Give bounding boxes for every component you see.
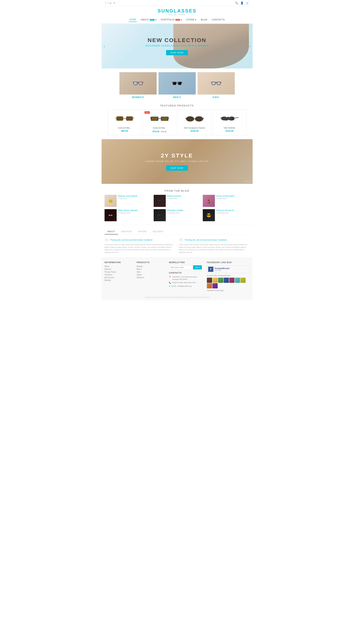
mens-image: 🕶️ [158, 72, 196, 94]
blog-post-4-title[interactable]: Etiam dictum egestas [118, 209, 152, 212]
blog-post-3-date: 3 March 2013 [216, 198, 250, 200]
category-womens[interactable]: 👓 WOMEN'S [120, 72, 157, 98]
blog-info-2: Mauris posuere 3 March 2013 [167, 195, 200, 200]
tab-about[interactable]: ABOUT [104, 229, 118, 234]
site-name: SUNGLASSES [102, 8, 252, 14]
footer-grid: INFORMATION About Delivery Privacy Polic… [104, 261, 250, 292]
categories-section: 👓 WOMEN'S 🕶️ MEN'S 👓 KIDS' [102, 68, 252, 102]
womens-label: WOMEN'S [120, 96, 157, 98]
footer-link-womens[interactable]: Women's [137, 276, 165, 278]
product-3[interactable]: D&G Sunglasses Havana $100.00 [178, 110, 211, 136]
blog-post-2-date: 3 March 2013 [167, 198, 200, 200]
footer-contacts: 📍 ADDRESS: 4578 Marmora Road, Glasgow D0… [169, 276, 203, 287]
blog-post-4-date: 2 February 2013 [118, 212, 152, 214]
footer-link-sale[interactable]: Sale [137, 271, 165, 273]
blog-item-3: 💄 Donec tempor libero 3 March 2013 [203, 195, 250, 207]
footer-link-privacy[interactable]: Privacy Policy [104, 271, 133, 273]
svg-rect-12 [152, 117, 158, 120]
search-icon[interactable]: 🔍 [235, 2, 238, 4]
facebook-social-plugin: Facebook social plugin [207, 290, 250, 292]
product-3-price: $100.00 [180, 130, 209, 132]
fb-avatar-1 [207, 278, 212, 283]
about-badge: New [150, 19, 154, 21]
category-kids[interactable]: 👓 KIDS' [198, 72, 235, 98]
footer-contacts-title: CONTACTS [169, 272, 203, 274]
product-1[interactable]: Costa Del Mar... $95.00 [108, 110, 142, 136]
footer-link-wishlist[interactable]: Wishlist [104, 279, 133, 281]
blog-post-6-title[interactable]: Vivamus vel sem at [216, 209, 250, 212]
product-2[interactable]: Sale! Costa Del Mar... $70.00 $75.00 [143, 110, 176, 136]
blog-post-1-title[interactable]: Aliquam erat volutpat [118, 195, 152, 197]
hero-shop-button[interactable]: SHOP NOW! [166, 50, 188, 55]
cart-icon[interactable]: 🛒 [246, 2, 249, 4]
blog-post-5-date: 2 February 2013 [167, 212, 200, 214]
newsletter-submit-button[interactable]: Sign in [193, 265, 202, 270]
blog-post-5-title[interactable]: Phasellus fringilla [167, 209, 200, 212]
category-mens[interactable]: 🕶️ MEN'S [158, 72, 196, 98]
nav-portfolio[interactable]: PORTFOLIO Hot ▾ [160, 18, 182, 22]
blog-title: FROM THE BLOG [104, 188, 250, 195]
location-icon: 📍 [169, 276, 171, 278]
footer-link-delivery[interactable]: Delivery [104, 268, 133, 270]
facebook-page-name[interactable]: TemplateMonster [214, 268, 230, 270]
product-3-image [180, 112, 209, 125]
hero-content: NEW COLLECTION DESIGNER SUNGLASSES FOR M… [146, 37, 208, 55]
footer-link-about[interactable]: About [104, 265, 133, 268]
nav-about[interactable]: ABOUT New ▾ [140, 18, 157, 22]
portfolio-dropdown-icon: ▾ [181, 18, 182, 21]
fb-avatar-8 [207, 283, 212, 288]
footer-link-styles[interactable]: Styles [137, 274, 165, 276]
product-4-name: D&G Butterfly [215, 127, 244, 129]
newsletter-email-input[interactable] [169, 265, 193, 270]
store-dropdown-icon: ▾ [195, 18, 196, 21]
footer-facebook-col: FACEBOOK LIKE BOX f TemplateMonster Like… [207, 261, 250, 292]
blog-thumb-2: 🕶️ [154, 195, 166, 207]
about-dropdown-icon: ▾ [155, 18, 157, 21]
style-credit: 2YSTYLE [244, 181, 250, 182]
tab-services[interactable]: SERVICES [118, 229, 135, 234]
featured-products-section: FEATURED PRODUCTS Costa Del Mar... $95.0… [102, 102, 252, 139]
blog-info-1: Aliquam erat volutpat 5 May 2014 [118, 195, 152, 200]
blog-thumb-1: 😊 [104, 195, 117, 207]
twitter-icon[interactable]: t [107, 2, 108, 4]
nav-contacts[interactable]: CONTACTS [212, 18, 225, 22]
nav-home[interactable]: HOME [129, 18, 137, 22]
footer-newsletter-col: NEWSLETTER Sign in CONTACTS 📍 ADDRESS: 4… [169, 261, 203, 292]
blog-post-3-title[interactable]: Donec tempor libero [216, 195, 250, 197]
hero-prev-arrow[interactable]: ‹ [104, 44, 105, 48]
google-icon[interactable]: g+ [110, 2, 112, 4]
facebook-box: f TemplateMonster Like Page 84 people li… [207, 265, 250, 292]
hero-title: NEW COLLECTION [146, 37, 208, 43]
svg-line-21 [234, 118, 239, 118]
product-1-image [110, 112, 139, 125]
fb-avatar-9 [212, 283, 218, 288]
product-4-image [215, 112, 244, 125]
mail-icon[interactable]: ✉ [114, 2, 115, 4]
email-icon: ✉ [169, 285, 170, 287]
blog-item-6: 😎 Vivamus vel sem at 2 February 2013 [203, 209, 250, 221]
footer-link-mens[interactable]: Men's [137, 268, 165, 270]
nav-blog[interactable]: BLOG [200, 18, 208, 22]
tab-delivery[interactable]: DELIVERY [150, 229, 166, 234]
svg-line-22 [220, 118, 221, 118]
style-shop-button[interactable]: SHOP NOW! [166, 166, 188, 171]
product-4[interactable]: D&G Butterfly $120.00 [213, 110, 246, 136]
user-icon[interactable]: 👤 [240, 2, 244, 4]
hero-banner: ‹ NEW COLLECTION DESIGNER SUNGLASSES FOR… [102, 24, 252, 68]
footer-link-checkout[interactable]: Checkout [104, 274, 133, 276]
tab-offers[interactable]: OFFERS [135, 229, 150, 234]
hero-next-arrow[interactable]: › [249, 44, 250, 48]
style-banner-content: 2Y STYLE LOREM IPSUM DOLOR SIT AMET CONS… [146, 152, 209, 171]
about-item-2: 02 Pisicing elit, sed do eiusmod tempor … [179, 238, 250, 254]
products-grid: Costa Del Mar... $95.00 Sale! Costa Del … [102, 110, 252, 139]
style-subtitle: LOREM IPSUM DOLOR SIT AMET CONSE CTETUR [146, 160, 209, 162]
blog-item-1: 😊 Aliquam erat volutpat 5 May 2014 [104, 195, 152, 207]
nav-store[interactable]: STORE ▾ [186, 18, 197, 22]
footer-link-brands[interactable]: Brands [137, 265, 165, 268]
svg-line-17 [185, 118, 186, 119]
blog-post-2-title[interactable]: Mauris posuere [167, 195, 200, 197]
about-num-2: 02 Pisicing elit, sed do eiusmod tempor … [179, 238, 250, 242]
facebook-icon[interactable]: f [105, 2, 106, 4]
footer-link-account[interactable]: My Account [104, 276, 133, 278]
contact-address-text: ADDRESS: 4578 Marmora Road, Glasgow D04 … [172, 276, 203, 280]
